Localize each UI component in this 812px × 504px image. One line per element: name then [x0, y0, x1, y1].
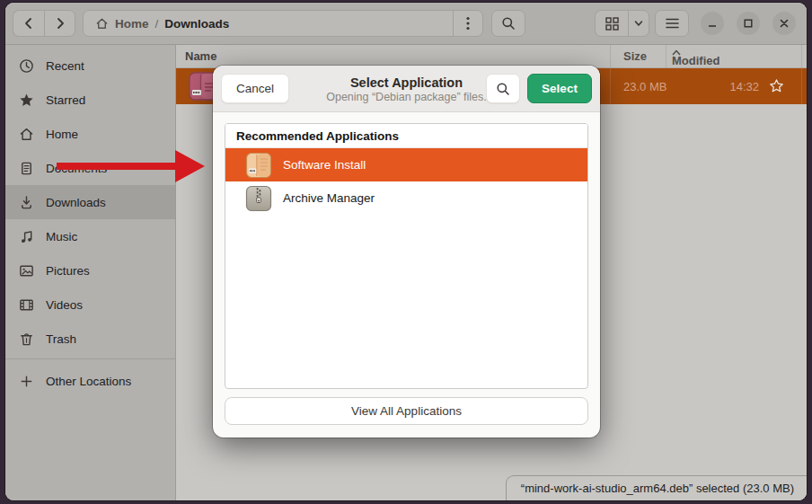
minimize-icon: [708, 19, 717, 28]
sidebar-item-starred[interactable]: Starred: [5, 83, 175, 117]
document-icon: [19, 161, 34, 176]
app-row-archive-manager[interactable]: Archive Manager: [225, 181, 587, 215]
breadcrumb: Home / Downloads: [83, 10, 483, 37]
column-divider: [801, 45, 802, 67]
sidebar-item-label: Music: [46, 230, 77, 243]
grid-view-button[interactable]: [595, 10, 628, 37]
breadcrumb-home[interactable]: Home: [115, 17, 149, 31]
application-list: Recommended Applications Software Instal…: [225, 123, 588, 389]
close-button[interactable]: [772, 12, 796, 35]
nav-button-group: [13, 10, 75, 37]
sidebar-item-label: Trash: [46, 332, 76, 346]
sidebar: Recent Starred Home Documents Downloads …: [5, 45, 176, 500]
column-divider: [666, 45, 666, 67]
sidebar-item-music[interactable]: Music: [5, 219, 175, 253]
row-divider: [801, 68, 802, 104]
download-icon: [19, 195, 34, 210]
minimize-button[interactable]: [701, 12, 724, 35]
sidebar-item-trash[interactable]: Trash: [5, 322, 175, 356]
maximize-button[interactable]: [737, 12, 760, 35]
view-toggle-group: [595, 10, 649, 37]
app-row-software-install[interactable]: Software Install: [225, 148, 587, 181]
trash-icon: [19, 332, 34, 347]
sidebar-item-label: Other Locations: [46, 375, 131, 388]
zip-archive-icon: [245, 185, 272, 212]
app-name: Software Install: [283, 158, 366, 172]
dialog-title: Select Application: [326, 75, 487, 89]
column-header-modified[interactable]: Modified: [672, 49, 681, 56]
home-icon: [19, 127, 34, 142]
sidebar-item-downloads[interactable]: Downloads: [5, 185, 175, 219]
hamburger-icon: [666, 18, 679, 29]
chevron-down-icon: [633, 18, 644, 29]
status-text: “mind-work-ai-studio_arm64.deb” selected…: [521, 482, 794, 495]
grid-view-icon: [605, 17, 619, 31]
breadcrumb-current[interactable]: Downloads: [164, 17, 229, 31]
plus-icon: [19, 374, 34, 389]
dialog-search-button[interactable]: [486, 74, 520, 103]
star-icon: [19, 93, 34, 108]
dialog-headerbar: Cancel Select Application Opening “Debia…: [213, 66, 600, 112]
sidebar-item-label: Videos: [46, 298, 83, 312]
video-icon: [19, 297, 34, 313]
breadcrumb-separator: /: [155, 17, 159, 31]
vertical-dots-icon: [466, 16, 470, 31]
sidebar-item-label: Downloads: [46, 196, 106, 209]
dialog-body: Recommended Applications Software Instal…: [213, 112, 600, 438]
view-all-applications-button[interactable]: View All Applications: [225, 397, 588, 425]
search-button[interactable]: [491, 10, 525, 37]
headerbar: Home / Downloads: [5, 3, 807, 45]
sidebar-item-label: Home: [46, 128, 78, 141]
close-icon: [780, 19, 789, 28]
app-name: Archive Manager: [283, 191, 375, 205]
sidebar-separator: [5, 358, 175, 359]
chevron-right-icon: [54, 17, 66, 30]
row-divider: [610, 68, 611, 104]
chevron-left-icon: [22, 17, 35, 30]
view-options-button[interactable]: [628, 10, 649, 37]
clock-icon: [19, 58, 34, 74]
maximize-icon: [744, 19, 753, 28]
sidebar-item-other-locations[interactable]: Other Locations: [5, 364, 175, 398]
sidebar-item-pictures[interactable]: Pictures: [5, 253, 175, 287]
sidebar-item-label: Starred: [46, 93, 85, 107]
dialog-subtitle: Opening “Debian package” files.: [326, 90, 487, 102]
path-menu-button[interactable]: [453, 11, 482, 36]
select-button[interactable]: Select: [527, 74, 592, 103]
sidebar-item-home[interactable]: Home: [5, 117, 175, 151]
dialog-title-block: Select Application Opening “Debian packa…: [326, 75, 487, 102]
sidebar-item-recent[interactable]: Recent: [5, 49, 175, 83]
status-bar: “mind-work-ai-studio_arm64.deb” selected…: [506, 475, 807, 500]
select-application-dialog: Cancel Select Application Opening “Debia…: [213, 66, 600, 438]
home-icon: [95, 17, 109, 31]
favorite-star-icon[interactable]: [769, 78, 784, 93]
hamburger-menu-button[interactable]: [655, 10, 689, 37]
window-controls: [701, 12, 796, 35]
sidebar-item-label: Pictures: [46, 264, 90, 278]
search-icon: [501, 16, 516, 31]
cancel-button[interactable]: Cancel: [221, 74, 289, 103]
music-note-icon: [19, 229, 34, 244]
column-header-size[interactable]: Size: [623, 49, 647, 63]
picture-icon: [19, 263, 34, 279]
breadcrumb-path[interactable]: Home / Downloads: [84, 17, 453, 31]
file-modified-time: 14:32: [672, 80, 759, 93]
deb-package-icon: [245, 152, 272, 179]
search-icon: [496, 82, 510, 96]
column-divider: [610, 45, 611, 67]
back-button[interactable]: [13, 10, 44, 37]
recommended-applications-header: Recommended Applications: [225, 124, 587, 148]
forward-button[interactable]: [44, 10, 75, 37]
column-header-name[interactable]: Name: [185, 49, 216, 63]
file-size: 23.0 MB: [623, 80, 666, 93]
sidebar-item-videos[interactable]: Videos: [5, 287, 175, 322]
red-annotation-arrow: [57, 150, 206, 182]
sidebar-item-label: Recent: [46, 59, 84, 73]
